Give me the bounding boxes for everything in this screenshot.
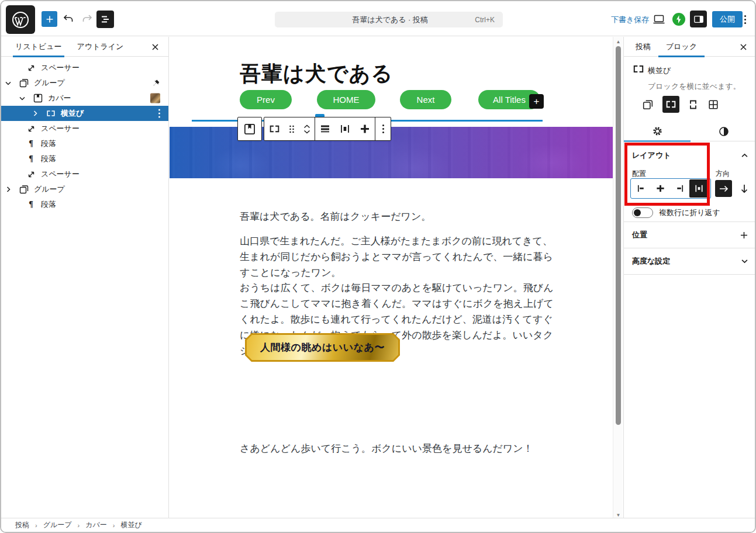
justify-left-button[interactable] <box>631 179 651 198</box>
add-block-button[interactable]: + <box>529 94 544 109</box>
scroll-up-arrow[interactable]: ▲ <box>613 37 623 46</box>
sidebar-panel-icon <box>693 15 704 24</box>
variation-group-button[interactable] <box>639 96 656 113</box>
tree-item-group-1[interactable]: グループ <box>1 75 168 91</box>
settings-styles-tabs <box>624 121 756 141</box>
tree-item-row-selected[interactable]: 横並び <box>1 106 168 121</box>
paragraph-icon: ¶ <box>25 139 37 148</box>
select-parent-cover-button[interactable] <box>237 117 262 141</box>
inserter-toggle-button[interactable] <box>42 11 57 27</box>
paragraph-block-1[interactable]: 吾輩は犬である。名前はクッキーだワン。 <box>240 209 554 225</box>
advanced-section[interactable]: 高度な設定 <box>624 248 756 274</box>
tab-post[interactable]: 投稿 <box>628 37 658 57</box>
block-card-title: 横並び <box>648 65 671 76</box>
breadcrumb-group[interactable]: グループ <box>42 520 73 530</box>
close-sidebar-button[interactable] <box>738 41 748 52</box>
gold-plaque-face: 人間様の眺めはいいなあ〜 <box>247 335 398 360</box>
wrap-toggle-label: 複数行に折り返す <box>659 207 720 218</box>
cover-next-button[interactable]: Next <box>400 90 451 109</box>
tree-item-paragraph-3[interactable]: ¶ 段落 <box>1 197 168 212</box>
gold-plaque-button[interactable]: 人間様の眺めはいいなあ〜 <box>245 333 400 362</box>
justification-button[interactable] <box>335 117 355 140</box>
settings-panel-toggle-button[interactable] <box>690 11 707 27</box>
variation-grid-button[interactable] <box>706 96 720 113</box>
breadcrumb-row[interactable]: 横並び <box>119 520 143 530</box>
variation-stack-button[interactable] <box>686 96 700 113</box>
spacing-button[interactable] <box>355 117 375 140</box>
gear-icon <box>652 126 663 137</box>
undo-button[interactable] <box>62 13 75 24</box>
orientation-vertical-button[interactable] <box>736 180 752 197</box>
paragraph-block-4[interactable]: さあどんどん歩いて行こう。ボクにいい景色を見せるんだワン！ <box>240 441 554 457</box>
publish-button[interactable]: 公開 <box>712 11 743 27</box>
canvas-scrollbar[interactable]: ▲ ▼ <box>613 37 623 520</box>
block-movers[interactable] <box>299 117 315 140</box>
post-title[interactable]: 吾輩は犬である <box>240 60 393 88</box>
tab-styles[interactable] <box>691 121 756 141</box>
grid-icon <box>708 99 719 110</box>
justify-right-icon <box>675 184 685 193</box>
tab-outline[interactable]: アウトライン <box>75 37 126 57</box>
scrollbar-thumb[interactable] <box>616 46 621 425</box>
preview-button[interactable] <box>652 13 666 26</box>
tab-settings[interactable] <box>624 121 691 141</box>
breadcrumb-cover[interactable]: カバー <box>84 520 108 530</box>
wrap-toggle[interactable] <box>632 207 653 218</box>
breadcrumb-separator: › <box>113 522 115 529</box>
cover-home-button[interactable]: HOME <box>317 90 375 109</box>
close-list-view-button[interactable] <box>150 41 160 52</box>
command-bar-shortcut: Ctrl+K <box>475 16 503 24</box>
tab-block[interactable]: ブロック <box>658 37 705 57</box>
wordpress-logo[interactable] <box>6 5 35 34</box>
cover-block[interactable] <box>170 127 613 178</box>
position-label: 位置 <box>632 230 647 240</box>
chevron-down-icon[interactable] <box>4 81 13 85</box>
justify-center-button[interactable] <box>651 179 670 198</box>
cover-thumbnail <box>150 94 160 103</box>
orientation-horizontal-button[interactable] <box>715 180 732 197</box>
group-icon <box>643 99 653 110</box>
variation-row-button[interactable] <box>662 96 679 113</box>
tree-item-paragraph-2[interactable]: ¶ 段落 <box>1 151 168 167</box>
command-search-bar[interactable]: 吾輩は犬である · 投稿 Ctrl+K <box>275 12 503 27</box>
vertical-alignment-button[interactable] <box>315 117 335 140</box>
block-switcher-row-button[interactable] <box>264 117 284 140</box>
group-icon <box>18 78 30 88</box>
position-section[interactable]: 位置 <box>624 222 756 248</box>
align-bars-icon <box>320 124 330 134</box>
tree-item-cover[interactable]: カバー <box>1 91 168 106</box>
cover-icon <box>32 94 44 103</box>
justify-space-between-button[interactable] <box>689 179 709 198</box>
breadcrumb-separator: › <box>78 522 80 529</box>
chevron-right-icon[interactable] <box>30 110 40 116</box>
row-icon <box>269 124 280 133</box>
chevron-down-icon[interactable] <box>18 96 27 101</box>
tree-item-spacer-3[interactable]: スペーサー <box>1 167 168 182</box>
breadcrumb-post[interactable]: 投稿 <box>14 520 30 530</box>
paragraph-icon: ¶ <box>25 154 37 164</box>
collapse-chevron-up-icon[interactable] <box>741 153 748 158</box>
tree-item-paragraph-1[interactable]: ¶ 段落 <box>1 136 168 151</box>
drag-handle[interactable] <box>284 117 299 140</box>
tab-list-view[interactable]: リストビュー <box>13 37 64 57</box>
tree-item-spacer-1[interactable]: スペーサー <box>1 60 168 75</box>
justify-right-button[interactable] <box>670 179 689 198</box>
block-options-kebab[interactable] <box>158 109 160 118</box>
cover-prev-button[interactable]: Prev <box>240 90 292 109</box>
tree-item-group-2[interactable]: グループ <box>1 182 168 197</box>
save-draft-button[interactable]: 下書き保存 <box>611 15 649 25</box>
document-overview-button[interactable] <box>96 11 114 28</box>
paragraph-block-2[interactable]: 山口県で生まれたんだ。ご主人様がたまたまボクの前に現れてきて、生まれが同じだから… <box>240 234 554 281</box>
advanced-label: 高度な設定 <box>632 256 670 266</box>
editor-canvas: 吾輩は犬である <box>170 37 613 520</box>
jetpack-button[interactable] <box>672 13 685 26</box>
lightning-icon <box>675 15 682 23</box>
tree-item-spacer-2[interactable]: スペーサー <box>1 121 168 136</box>
plus-icon <box>740 231 748 239</box>
redo-button[interactable] <box>81 13 94 24</box>
options-menu-button[interactable] <box>739 13 751 26</box>
chevron-right-icon[interactable] <box>4 186 13 192</box>
block-options-kebab[interactable] <box>375 117 391 140</box>
breadcrumb-separator: › <box>35 522 37 529</box>
group-icon <box>18 185 30 194</box>
